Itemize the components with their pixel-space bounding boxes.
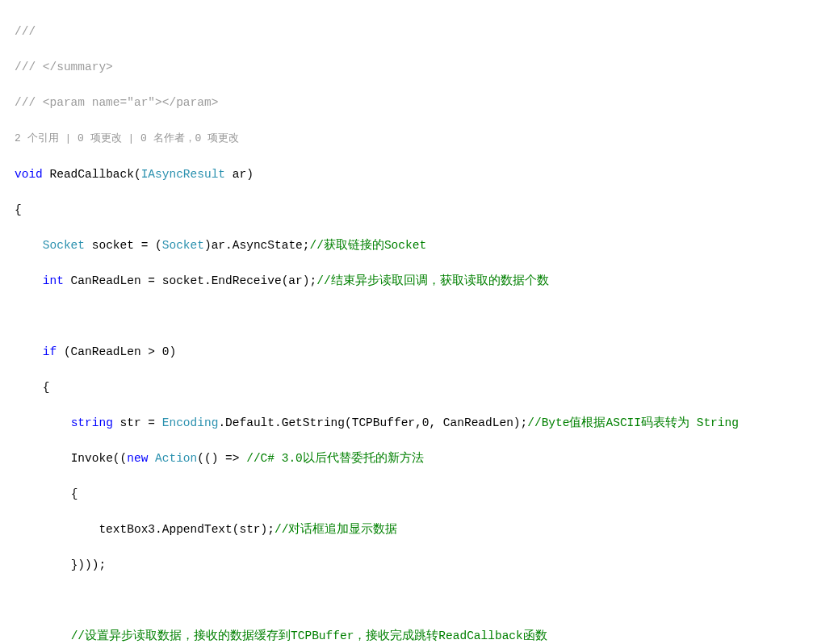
code-line: //设置异步读取数据，接收的数据缓存到TCPBuffer，接收完成跳转ReadC…	[15, 627, 813, 644]
code-line: textBox3.AppendText(str);//对话框追加显示数据	[15, 521, 813, 538]
comment: //获取链接的Socket	[310, 239, 427, 252]
code-line: Socket socket = (Socket)ar.AsyncState;//…	[15, 236, 813, 254]
code-line: void ReadCallback(IAsyncResult ar)	[15, 165, 813, 183]
code-line	[15, 592, 813, 609]
xml-doc-comment: /// </summary>	[15, 61, 113, 73]
comment: //结束异步读取回调，获取读取的数据个数	[316, 274, 548, 287]
code-line: {	[15, 378, 813, 396]
code-line: if (CanReadLen > 0)	[15, 343, 813, 361]
code-line: /// <param name="ar"></param>	[15, 94, 813, 111]
xml-doc-comment: ///	[15, 25, 36, 38]
code-line: {	[15, 201, 813, 219]
code-line	[15, 307, 813, 325]
code-line: string str = Encoding.Default.GetString(…	[15, 414, 813, 432]
codelens-line[interactable]: 2 个引用 | 0 项更改 | 0 名作者，0 项更改	[15, 129, 813, 148]
comment: //设置异步读取数据，接收的数据缓存到TCPBuffer，接收完成跳转ReadC…	[71, 629, 547, 642]
code-line: /// </summary>	[15, 58, 813, 76]
code-line: {	[15, 485, 813, 503]
code-line: int CanReadLen = socket.EndReceive(ar);/…	[15, 272, 813, 290]
code-line: Invoke((new Action(() => //C# 3.0以后代替委托的…	[15, 450, 813, 467]
codelens-text[interactable]: 2 个引用 | 0 项更改 | 0 名作者，0 项更改	[15, 132, 239, 144]
code-editor[interactable]: /// /// </summary> /// <param name="ar">…	[0, 0, 813, 644]
xml-doc-comment: /// <param name="ar"></param>	[15, 96, 218, 109]
comment: //对话框追加显示数据	[274, 523, 397, 536]
code-line: ///	[15, 23, 813, 40]
comment: //Byte值根据ASCII码表转为 String	[527, 416, 739, 429]
code-line: })));	[15, 556, 813, 574]
comment: //C# 3.0以后代替委托的新方法	[246, 452, 424, 465]
